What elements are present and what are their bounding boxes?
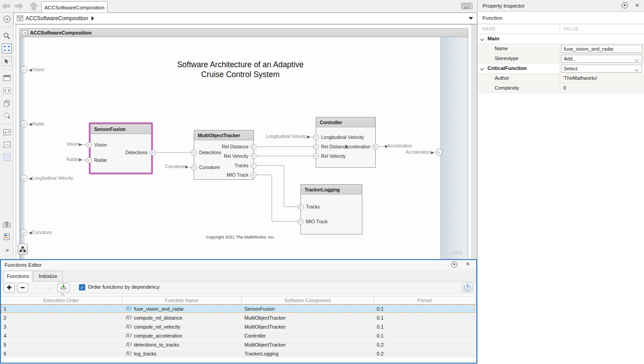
input-port-icon[interactable] (298, 204, 304, 210)
output-port-icon[interactable] (251, 144, 257, 150)
viewport-icon[interactable] (2, 73, 12, 83)
block-trackerlogging[interactable]: TrackerLogging Tracks MIO Track (300, 184, 362, 234)
forward-icon[interactable] (14, 3, 24, 10)
column-execution-order[interactable]: Execution Order (1, 296, 122, 304)
code-view-icon[interactable] (2, 86, 12, 95)
input-port-icon[interactable] (313, 134, 319, 140)
compare-icon[interactable] (2, 98, 12, 108)
function-row-1[interactable]: 1 fuse_vision_and_radar SensorFusion 0.1 (1, 304, 475, 313)
breadcrumb-dropdown-icon[interactable] (469, 17, 473, 20)
tab-initialize[interactable]: Initialize (33, 271, 63, 282)
boundary-port-curvature[interactable] (21, 229, 27, 236)
output-port-icon[interactable] (251, 153, 257, 159)
port-mot-rel-distance[interactable]: Rel Distance (222, 143, 257, 150)
output-port-icon[interactable] (251, 172, 257, 178)
port-tl-mio-track[interactable]: MIO Track (298, 218, 327, 225)
remove-function-button[interactable]: ━ (17, 283, 28, 292)
move-down-button[interactable]: ↓ (44, 283, 55, 292)
port-controller-rel-distance[interactable]: Rel Distance (313, 143, 348, 150)
function-row-6[interactable]: 6 log_tracks TrackerLogging 0.2 (1, 349, 475, 358)
screenshot-icon[interactable] (2, 219, 12, 229)
port-mot-rel-velocity[interactable]: Rel Velocity (224, 153, 257, 159)
port-sensorfusion-detections[interactable]: Detections (125, 149, 156, 156)
input-port-icon[interactable] (86, 142, 92, 148)
keyboard-icon[interactable] (461, 3, 473, 9)
block-controller-header[interactable]: Controller (316, 117, 375, 127)
column-period[interactable]: Period (374, 296, 475, 304)
add-function-button[interactable]: ✚ (4, 283, 15, 292)
port-mot-tracks[interactable]: Tracks (235, 162, 257, 169)
signal-label-longitudinal-velocity[interactable]: Longitudinal Velocity (261, 134, 310, 139)
diagram-canvas[interactable]: x ACCSoftwareComposition Software Archi (16, 24, 477, 260)
move-up-button[interactable]: ↑ (30, 283, 42, 292)
up-icon[interactable] (29, 2, 39, 9)
stereotype-dropdown[interactable]: Add... (561, 55, 642, 63)
select-region-icon[interactable] (2, 56, 12, 66)
order-dependency-checkbox[interactable] (79, 284, 85, 290)
zoom-region-icon[interactable] (2, 31, 12, 41)
add-stereotype-icon[interactable] (2, 110, 12, 120)
explorer-bar-icon[interactable]: ◂ (2, 14, 12, 24)
boundary-port-acceleration[interactable] (435, 149, 442, 156)
group-row-main[interactable]: Main (478, 34, 644, 44)
block-multiobjecttracker-header[interactable]: MultiObjectTracker (194, 130, 253, 140)
expand-more-icon[interactable]: » (2, 245, 12, 255)
input-port-icon[interactable] (191, 150, 197, 156)
canvas-vertical-scrollbar[interactable] (471, 25, 477, 260)
group-row-criticalfunction[interactable]: CriticalFunction Select (478, 64, 644, 74)
input-port-icon[interactable] (191, 165, 197, 170)
boundary-port-vision[interactable] (21, 66, 27, 73)
collapse-icon[interactable] (480, 37, 484, 41)
function-row-2[interactable]: 2 compute_rel_distance MultiObjectTracke… (1, 313, 475, 322)
criticalfunction-dropdown[interactable]: Select (561, 65, 642, 73)
block-multiobjecttracker[interactable]: MultiObjectTracker Detections Curvature … (194, 130, 254, 180)
annotation-icon[interactable]: A (2, 127, 12, 137)
signal-label-vision[interactable]: Vision (55, 142, 82, 147)
panel-menu-icon[interactable] (622, 2, 628, 9)
port-controller-acceleration[interactable]: Acceleration (344, 143, 379, 150)
input-port-icon[interactable] (313, 153, 319, 159)
port-controller-longitudinal-velocity[interactable]: Longitudinal Velocity (313, 134, 364, 140)
area-icon[interactable] (2, 152, 12, 162)
back-icon[interactable] (2, 3, 12, 10)
column-software-component[interactable]: Software Component (242, 296, 374, 304)
breadcrumb-expand-icon[interactable] (91, 16, 94, 21)
port-mot-mio-track[interactable]: MIO Track (227, 172, 257, 178)
boundary-port-radar[interactable] (21, 121, 27, 127)
port-sensorfusion-radar[interactable]: Radar (86, 157, 107, 163)
close-icon[interactable]: ✕ (466, 261, 470, 267)
name-value-field[interactable]: fuse_vision_and_radar (561, 45, 642, 53)
function-row-3[interactable]: 3 compute_rel_velocity MultiObjectTracke… (1, 322, 475, 331)
input-port-icon[interactable] (86, 157, 92, 163)
signal-label-acceleration[interactable]: Acceleration (384, 143, 412, 148)
function-row-5[interactable]: 5 detections_to_tracks MultiObjectTracke… (1, 340, 475, 349)
block-trackerlogging-header[interactable]: TrackerLogging (301, 185, 362, 195)
port-sensorfusion-vision[interactable]: Vision (86, 142, 107, 148)
block-sensorfusion[interactable]: SensorFusion Vision Radar Detections (89, 122, 153, 174)
input-port-icon[interactable] (313, 144, 319, 150)
block-sensorfusion-header[interactable]: SensorFusion (91, 124, 151, 134)
port-mot-curvature[interactable]: Curvature (191, 164, 220, 170)
column-function-name[interactable]: Function Name (122, 296, 242, 304)
fit-to-view-icon[interactable] (2, 43, 12, 53)
port-controller-rel-velocity[interactable]: Rel Velocity (313, 153, 346, 159)
signal-label-curvature[interactable]: Curvature (157, 164, 188, 169)
panel-grip[interactable] (452, 251, 464, 253)
hierarchy-button[interactable] (17, 243, 28, 255)
block-controller[interactable]: Controller Longitudinal Velocity Rel Dis… (316, 117, 376, 168)
update-diagram-button[interactable] (57, 283, 70, 292)
panel-menu-icon[interactable] (451, 261, 457, 268)
output-port-icon[interactable] (251, 163, 257, 169)
help-button[interactable]: ? (462, 282, 473, 292)
close-icon[interactable]: ✕ (635, 2, 640, 9)
port-mot-detections[interactable]: Detections (191, 149, 222, 156)
tab-functions[interactable]: Functions (4, 271, 32, 282)
output-port-icon[interactable] (373, 144, 379, 150)
input-port-icon[interactable] (298, 219, 304, 225)
boundary-port-longitudinal-velocity[interactable] (21, 175, 27, 182)
port-tl-tracks[interactable]: Tracks (298, 204, 320, 210)
author-value[interactable]: 'TheMathworks' (563, 75, 597, 81)
collapse-icon[interactable] (480, 67, 484, 70)
report-icon[interactable] (2, 232, 12, 242)
signal-label-radar[interactable]: Radar (55, 157, 82, 162)
